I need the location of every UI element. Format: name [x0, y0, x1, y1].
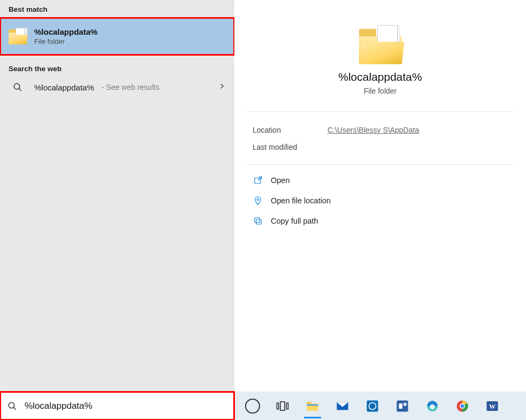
task-view-button[interactable] — [270, 394, 295, 418]
results-pane: Best match %localappdata% File folder Se… — [0, 0, 234, 392]
taskbar: W — [0, 392, 526, 420]
search-icon — [9, 82, 27, 92]
properties-block: Location C:\Users\Blessy S\AppData Last … — [234, 112, 526, 159]
best-match-header: Best match — [0, 0, 234, 18]
mail-icon — [336, 399, 349, 413]
dell-app-button[interactable] — [360, 394, 385, 418]
preview-title: %localappdata% — [234, 71, 526, 83]
location-icon — [253, 195, 263, 206]
svg-rect-10 — [280, 401, 285, 410]
actions-list: Open Open file location Copy full path — [234, 165, 526, 236]
word-button[interactable]: W — [479, 394, 505, 418]
svg-point-26 — [461, 404, 464, 408]
svg-rect-11 — [286, 403, 288, 409]
folder-icon — [9, 28, 27, 44]
svg-rect-20 — [399, 403, 403, 409]
search-web-header: Search the web — [0, 55, 234, 77]
svg-rect-6 — [255, 218, 260, 223]
web-hint-text: - See web results — [102, 83, 159, 91]
preview-hero: %localappdata% File folder — [234, 0, 526, 95]
svg-rect-17 — [367, 400, 378, 411]
task-view-icon — [276, 399, 289, 413]
search-icon — [7, 401, 17, 411]
best-match-subtitle: File folder — [34, 37, 97, 45]
search-input[interactable] — [24, 400, 227, 412]
svg-line-1 — [19, 88, 21, 91]
svg-point-21 — [403, 402, 407, 406]
action-label: Open file location — [271, 196, 331, 205]
file-explorer-icon — [306, 399, 319, 413]
folder-icon — [359, 27, 402, 64]
windows-search-panel: Best match %localappdata% File folder Se… — [0, 0, 526, 420]
svg-point-23 — [430, 404, 435, 409]
svg-rect-9 — [277, 403, 278, 409]
open-file-location-action[interactable]: Open file location — [249, 190, 511, 211]
teams-icon — [395, 399, 409, 413]
teams-button[interactable] — [390, 394, 415, 418]
search-web-result[interactable]: %localappdata% - See web results — [0, 77, 234, 97]
edge-icon — [425, 399, 439, 413]
mail-button[interactable] — [330, 394, 355, 418]
dell-icon — [365, 399, 379, 413]
location-path-link[interactable]: C:\Users\Blessy S\AppData — [327, 126, 419, 134]
best-match-text: %localappdata% File folder — [34, 27, 97, 45]
copy-full-path-action[interactable]: Copy full path — [249, 211, 511, 231]
copy-icon — [253, 216, 263, 226]
taskbar-search-box[interactable] — [0, 392, 234, 420]
web-query-text: %localappdata% — [34, 83, 94, 92]
open-icon — [253, 175, 263, 186]
action-label: Copy full path — [271, 217, 318, 225]
svg-point-0 — [14, 83, 20, 89]
chrome-button[interactable] — [449, 394, 475, 418]
cortana-icon — [245, 399, 260, 414]
svg-rect-14 — [307, 404, 318, 405]
svg-rect-13 — [307, 401, 311, 403]
chrome-icon — [455, 399, 469, 413]
preview-subtitle: File folder — [234, 87, 526, 95]
svg-text:W: W — [489, 402, 495, 410]
action-label: Open — [271, 176, 289, 185]
location-label: Location — [253, 126, 311, 134]
preview-pane: %localappdata% File folder Location C:\U… — [234, 0, 526, 392]
svg-line-3 — [258, 177, 262, 180]
taskbar-icons: W — [240, 392, 505, 420]
svg-rect-5 — [256, 219, 261, 224]
svg-point-7 — [9, 402, 14, 408]
best-match-title: %localappdata% — [34, 27, 97, 36]
edge-button[interactable] — [420, 394, 445, 418]
last-modified-row: Last modified — [253, 139, 508, 156]
open-action[interactable]: Open — [249, 170, 511, 190]
location-row: Location C:\Users\Blessy S\AppData — [253, 121, 508, 139]
best-match-result[interactable]: %localappdata% File folder — [0, 18, 234, 55]
last-modified-label: Last modified — [253, 143, 311, 151]
file-explorer-button[interactable] — [300, 394, 325, 418]
svg-point-4 — [257, 198, 259, 201]
svg-line-8 — [13, 407, 16, 410]
word-icon: W — [485, 399, 499, 413]
cortana-button[interactable] — [240, 394, 265, 418]
chevron-right-icon — [218, 82, 226, 92]
